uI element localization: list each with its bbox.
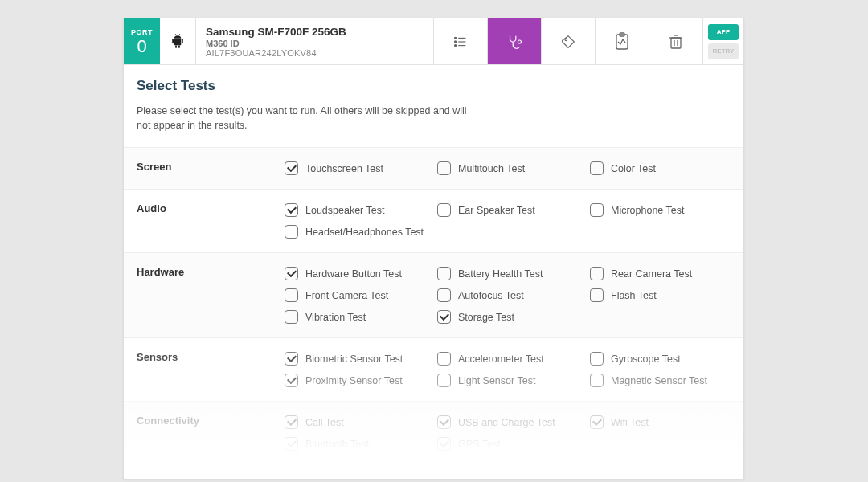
group-label: Hardware <box>124 263 285 328</box>
android-icon <box>170 34 185 50</box>
test-checkbox[interactable] <box>285 267 298 280</box>
test-item[interactable]: Flash Test <box>590 284 743 306</box>
test-checkbox[interactable] <box>285 288 298 302</box>
test-item[interactable]: Storage Test <box>437 306 590 328</box>
test-label: Autofocus Test <box>458 290 524 301</box>
test-checkbox[interactable] <box>285 203 298 217</box>
test-item[interactable]: Rear Camera Test <box>590 263 743 284</box>
header-area: Select Tests Please select the test(s) y… <box>124 65 743 148</box>
test-checkbox[interactable] <box>590 352 604 366</box>
test-checkbox[interactable] <box>437 310 451 324</box>
test-label: Battery Health Test <box>458 268 542 280</box>
group-items: Loudspeaker TestEar Speaker TestMicropho… <box>285 199 743 243</box>
test-checkbox[interactable] <box>437 288 451 302</box>
svg-line-5 <box>175 34 176 35</box>
test-checkbox[interactable] <box>437 267 451 280</box>
test-checkbox[interactable] <box>590 415 604 429</box>
test-label: Microphone Test <box>611 205 685 216</box>
test-checkbox[interactable] <box>285 374 298 387</box>
side-buttons: APP RETRY <box>703 18 743 64</box>
test-item[interactable]: Hardware Button Test <box>285 263 437 284</box>
test-item[interactable]: Battery Health Test <box>437 263 590 284</box>
test-checkbox[interactable] <box>285 352 298 366</box>
test-item[interactable]: Light Sensor Test <box>437 370 590 391</box>
test-checkbox[interactable] <box>285 225 298 239</box>
test-label: Ear Speaker Test <box>458 205 535 216</box>
device-serial: AIL7F3OUAR242LYOKV84 <box>206 48 424 58</box>
test-checkbox[interactable] <box>590 161 604 175</box>
port-number: 0 <box>137 38 146 55</box>
test-group: ScreenTouchscreen TestMultitouch TestCol… <box>124 148 743 190</box>
test-checkbox[interactable] <box>590 374 604 387</box>
test-item[interactable]: Loudspeaker Test <box>285 199 437 221</box>
tag-button[interactable] <box>542 18 596 64</box>
test-checkbox[interactable] <box>437 203 451 217</box>
test-label: Color Test <box>611 163 656 174</box>
test-item[interactable]: Headset/Headphones Test <box>285 221 437 243</box>
test-checkbox[interactable] <box>437 352 451 366</box>
test-item[interactable]: Ear Speaker Test <box>437 199 590 221</box>
test-checkbox[interactable] <box>590 267 604 280</box>
test-item[interactable]: Magnetic Sensor Test <box>590 370 743 391</box>
test-label: Proximity Sensor Test <box>305 375 403 386</box>
test-checkbox[interactable] <box>285 437 298 451</box>
stethoscope-icon <box>506 33 523 51</box>
device-info: Samsung SM-F700F 256GB M360 ID AIL7F3OUA… <box>196 18 434 64</box>
test-item[interactable]: Microphone Test <box>590 199 743 221</box>
test-label: Flash Test <box>611 290 657 301</box>
test-label: Loudspeaker Test <box>305 205 384 216</box>
test-checkbox[interactable] <box>590 203 604 217</box>
svg-rect-17 <box>671 38 681 48</box>
test-item[interactable]: Accelerometer Test <box>437 348 590 370</box>
test-checkbox[interactable] <box>437 437 451 451</box>
port-label: PORT <box>131 28 153 36</box>
device-panel: PORT 0 Samsung SM-F700F 256GB M360 ID <box>123 18 744 480</box>
test-label: Headset/Headphones Test <box>305 227 424 238</box>
test-checkbox[interactable] <box>437 161 451 175</box>
test-checkbox[interactable] <box>590 288 604 302</box>
test-item[interactable]: Vibration Test <box>285 306 437 328</box>
test-item[interactable]: Proximity Sensor Test <box>285 370 437 391</box>
test-item[interactable]: Autofocus Test <box>437 284 590 306</box>
group-label: Audio <box>124 199 285 243</box>
test-item[interactable]: Biometric Sensor Test <box>285 348 437 370</box>
test-label: GPS Test <box>458 439 501 450</box>
test-item[interactable]: Color Test <box>590 157 743 179</box>
test-item[interactable]: Bluetooth Test <box>285 433 437 455</box>
port-block: PORT 0 <box>124 18 160 64</box>
test-item[interactable]: Front Camera Test <box>285 284 437 306</box>
test-item[interactable]: Call Test <box>285 411 437 433</box>
test-label: Call Test <box>305 417 344 428</box>
list-button[interactable] <box>434 18 488 64</box>
retry-button[interactable]: RETRY <box>708 43 739 59</box>
test-item[interactable]: GPS Test <box>437 433 590 455</box>
test-item[interactable]: Touchscreen Test <box>285 157 437 179</box>
test-label: Vibration Test <box>305 312 366 323</box>
group-label: Sensors <box>124 348 285 391</box>
test-checkbox[interactable] <box>285 415 298 429</box>
svg-rect-3 <box>175 45 177 48</box>
test-item[interactable]: Wifi Test <box>590 411 743 433</box>
svg-point-11 <box>454 44 456 46</box>
test-checkbox[interactable] <box>437 415 451 429</box>
app-button[interactable]: APP <box>708 24 739 40</box>
test-label: Light Sensor Test <box>458 375 535 386</box>
test-checkbox[interactable] <box>437 374 451 387</box>
test-group: SensorsBiometric Sensor TestAcceleromete… <box>124 338 743 402</box>
report-icon <box>614 32 630 51</box>
diagnostics-button[interactable] <box>488 18 542 64</box>
report-button[interactable] <box>596 18 649 64</box>
group-items: Biometric Sensor TestAccelerometer TestG… <box>285 348 743 391</box>
test-item[interactable]: USB and Charge Test <box>437 411 590 433</box>
test-label: Hardware Button Test <box>305 268 402 280</box>
svg-point-14 <box>565 38 567 40</box>
test-checkbox[interactable] <box>285 161 298 175</box>
svg-rect-2 <box>182 39 183 43</box>
test-item[interactable]: Gyroscope Test <box>590 348 743 370</box>
test-checkbox[interactable] <box>285 310 298 324</box>
test-group: AudioLoudspeaker TestEar Speaker TestMic… <box>124 190 743 253</box>
test-label: USB and Charge Test <box>458 417 555 428</box>
group-items: Touchscreen TestMultitouch TestColor Tes… <box>285 157 743 179</box>
delete-button[interactable] <box>649 18 703 64</box>
test-item[interactable]: Multitouch Test <box>437 157 590 179</box>
